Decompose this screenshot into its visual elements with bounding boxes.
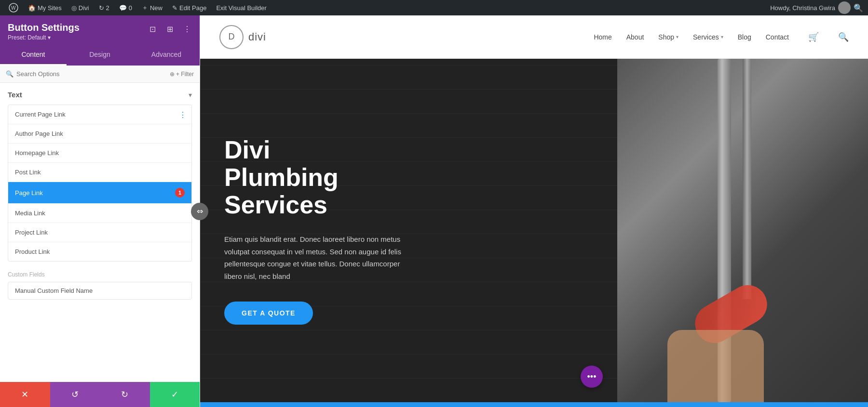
- dots-icon: •••: [587, 372, 597, 382]
- my-sites-item[interactable]: 🏠 My Sites: [24, 0, 66, 15]
- nav-shop[interactable]: Shop ▾: [658, 33, 678, 41]
- cancel-button[interactable]: ✕: [0, 382, 50, 407]
- option-label: Product Link: [15, 248, 50, 255]
- floating-menu-button[interactable]: •••: [581, 366, 603, 388]
- search-bar: 🔍 ⊕ + Filter: [0, 66, 200, 83]
- panel-header-icons: ⊡ ⊞ ⋮: [146, 22, 194, 36]
- option-badge: 1: [175, 188, 185, 197]
- text-section-header[interactable]: Text ▾: [0, 91, 200, 105]
- custom-field-name: Manual Custom Field Name: [15, 287, 93, 294]
- filter-icon: ⊕: [170, 71, 175, 78]
- new-label: New: [150, 4, 163, 12]
- option-dots-icon[interactable]: ⋮: [179, 110, 187, 119]
- nav-home[interactable]: Home: [594, 33, 611, 41]
- nav-contact[interactable]: Contact: [766, 33, 789, 41]
- cart-icon[interactable]: 🛒: [808, 32, 819, 42]
- option-label: Current Page Link: [15, 111, 66, 118]
- edit-icon: ✎: [172, 4, 177, 12]
- admin-bar: W 🏠 My Sites ◎ Divi ↻ 2 💬 0 ＋ New ✎ Edit…: [0, 0, 868, 15]
- cancel-icon: ✕: [21, 389, 28, 400]
- divi-item[interactable]: ◎ Divi: [68, 0, 93, 15]
- undo-icon: ↺: [71, 389, 79, 400]
- howdy-label: Howdy, Christina Gwira: [770, 4, 835, 12]
- comments-count: 0: [129, 4, 132, 12]
- my-sites-label: My Sites: [38, 4, 62, 12]
- list-item[interactable]: Post Link: [8, 163, 191, 182]
- save-button[interactable]: ✓: [150, 382, 200, 407]
- tab-advanced[interactable]: Advanced: [133, 45, 200, 66]
- tab-design[interactable]: Design: [67, 45, 133, 66]
- custom-field-item[interactable]: Manual Custom Field Name: [8, 282, 192, 300]
- redo-button[interactable]: ↻: [100, 382, 150, 407]
- panel-toggle-arrow[interactable]: ⇔: [191, 203, 208, 220]
- hero-left: Divi Plumbing Services Etiam quis blandi…: [200, 59, 617, 402]
- left-panel: Button Settings Preset: Default ⊡ ⊞ ⋮ Co…: [0, 15, 200, 407]
- sync-count: 2: [106, 4, 109, 12]
- hero-right-image: [617, 59, 868, 402]
- nav-blog[interactable]: Blog: [738, 33, 751, 41]
- option-label: Media Link: [15, 210, 45, 217]
- sync-item[interactable]: ↻ 2: [95, 0, 113, 15]
- wp-logo-item[interactable]: W: [5, 0, 22, 15]
- list-item[interactable]: Product Link: [8, 242, 191, 261]
- plumbing-image: [617, 59, 868, 402]
- list-item[interactable]: Homepage Link: [8, 144, 191, 163]
- viewport-icon[interactable]: ⊡: [146, 22, 159, 36]
- exit-builder-label: Exit Visual Builder: [216, 4, 267, 12]
- new-item[interactable]: ＋ New: [138, 0, 166, 15]
- svg-text:W: W: [11, 5, 16, 11]
- more-icon[interactable]: ⋮: [180, 22, 194, 36]
- panel-tabs: Content Design Advanced: [0, 45, 200, 66]
- option-label: Project Link: [15, 229, 48, 236]
- grid-icon[interactable]: ⊞: [163, 22, 176, 36]
- panel-header: Button Settings Preset: Default ⊡ ⊞ ⋮: [0, 15, 200, 45]
- custom-fields-label: Custom Fields: [8, 271, 192, 278]
- logo-circle: D: [219, 25, 244, 49]
- nav-about[interactable]: About: [626, 33, 644, 41]
- list-item[interactable]: Current Page Link ⋮: [8, 105, 191, 124]
- hero-section: Divi Plumbing Services Etiam quis blandi…: [200, 59, 868, 402]
- sync-icon: ↻: [99, 4, 104, 12]
- redo-icon: ↻: [121, 389, 128, 400]
- pipe-vertical-2: [743, 59, 751, 299]
- nav-services[interactable]: Services ▾: [693, 33, 723, 41]
- option-label: Author Page Link: [15, 130, 63, 137]
- list-item[interactable]: Media Link: [8, 204, 191, 223]
- divi-label: Divi: [79, 4, 89, 12]
- home-icon: 🏠: [28, 4, 36, 12]
- hero-title: Divi Plumbing Services: [224, 136, 593, 219]
- option-label: Homepage Link: [15, 149, 59, 157]
- search-icon[interactable]: 🔍: [854, 3, 863, 13]
- shop-dropdown-icon: ▾: [676, 34, 678, 39]
- avatar: [838, 1, 851, 14]
- panel-content: Text ▾ Current Page Link ⋮ Author Page L…: [0, 83, 200, 382]
- option-label: Page Link: [15, 189, 43, 197]
- list-item[interactable]: Author Page Link: [8, 124, 191, 144]
- search-input[interactable]: [16, 70, 170, 78]
- site-nav: D divi Home About Shop ▾ Services ▾: [200, 15, 868, 59]
- custom-fields-section: Custom Fields Manual Custom Field Name: [0, 267, 200, 305]
- site-logo: D divi: [219, 25, 266, 49]
- edit-page-label: Edit Page: [179, 4, 206, 12]
- website-preview: D divi Home About Shop ▾ Services ▾: [200, 15, 868, 407]
- hero-cta-button[interactable]: GET A QUOTE: [224, 302, 313, 325]
- option-label: Post Link: [15, 169, 41, 176]
- list-item[interactable]: Project Link: [8, 223, 191, 242]
- logo-text: divi: [248, 31, 266, 43]
- comments-icon: 💬: [119, 4, 127, 12]
- undo-button[interactable]: ↺: [50, 382, 100, 407]
- wp-logo-icon: W: [9, 3, 18, 13]
- filter-button[interactable]: ⊕ + Filter: [170, 71, 194, 78]
- hand-shape: [667, 330, 764, 402]
- search-icon: 🔍: [6, 70, 14, 78]
- comments-item[interactable]: 💬 0: [115, 0, 136, 15]
- bottom-blue-bar: [200, 402, 868, 407]
- tab-content[interactable]: Content: [0, 45, 67, 66]
- edit-page-item[interactable]: ✎ Edit Page: [168, 0, 210, 15]
- search-icon[interactable]: 🔍: [838, 32, 849, 42]
- panel-footer: ✕ ↺ ↻ ✓: [0, 382, 200, 407]
- main-layout: Button Settings Preset: Default ⊡ ⊞ ⋮ Co…: [0, 15, 868, 407]
- exit-builder-item[interactable]: Exit Visual Builder: [212, 0, 271, 15]
- options-list: Current Page Link ⋮ Author Page Link Hom…: [8, 105, 192, 262]
- list-item-active[interactable]: Page Link 1: [8, 182, 191, 204]
